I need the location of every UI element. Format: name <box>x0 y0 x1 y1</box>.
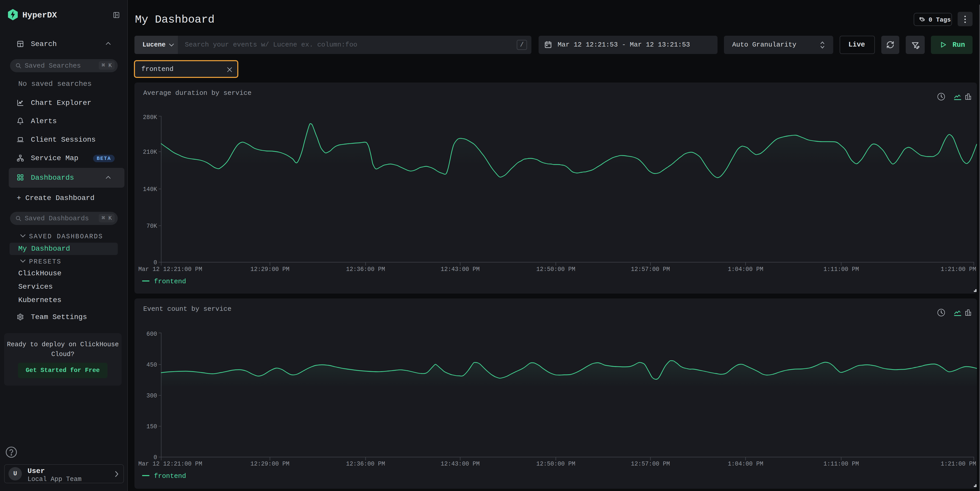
svg-text:12:43:00 PM: 12:43:00 PM <box>441 461 480 467</box>
svg-text:0: 0 <box>153 454 157 461</box>
svg-text:12:57:00 PM: 12:57:00 PM <box>631 461 670 467</box>
svg-text:210K: 210K <box>143 149 157 156</box>
svg-text:12:50:00 PM: 12:50:00 PM <box>536 461 575 467</box>
svg-text:12:29:00 PM: 12:29:00 PM <box>250 266 290 273</box>
svg-text:12:29:00 PM: 12:29:00 PM <box>250 461 290 467</box>
svg-text:1:21:00 PM: 1:21:00 PM <box>941 461 976 467</box>
svg-text:600: 600 <box>146 331 157 337</box>
svg-text:12:57:00 PM: 12:57:00 PM <box>631 266 670 273</box>
svg-text:frontend: frontend <box>154 278 186 285</box>
svg-text:Mar 12 12:21:00 PM: Mar 12 12:21:00 PM <box>138 266 202 273</box>
svg-text:450: 450 <box>146 362 157 369</box>
svg-text:12:43:00 PM: 12:43:00 PM <box>441 266 480 273</box>
svg-text:1:21:00 PM: 1:21:00 PM <box>941 266 976 273</box>
svg-text:12:50:00 PM: 12:50:00 PM <box>536 266 575 273</box>
svg-text:300: 300 <box>146 392 157 399</box>
svg-text:1:04:00 PM: 1:04:00 PM <box>728 461 763 467</box>
svg-text:70K: 70K <box>146 223 158 230</box>
svg-text:1:11:00 PM: 1:11:00 PM <box>823 266 859 273</box>
svg-text:Mar 12 12:21:00 PM: Mar 12 12:21:00 PM <box>138 461 202 467</box>
svg-text:140K: 140K <box>143 186 157 193</box>
svg-text:0: 0 <box>153 259 157 266</box>
svg-text:12:36:00 PM: 12:36:00 PM <box>346 461 385 467</box>
svg-text:280K: 280K <box>143 114 157 121</box>
svg-text:frontend: frontend <box>154 472 186 480</box>
svg-text:12:36:00 PM: 12:36:00 PM <box>346 266 385 273</box>
svg-text:1:04:00 PM: 1:04:00 PM <box>728 266 763 273</box>
svg-text:150: 150 <box>146 423 157 430</box>
svg-text:1:11:00 PM: 1:11:00 PM <box>823 461 859 467</box>
